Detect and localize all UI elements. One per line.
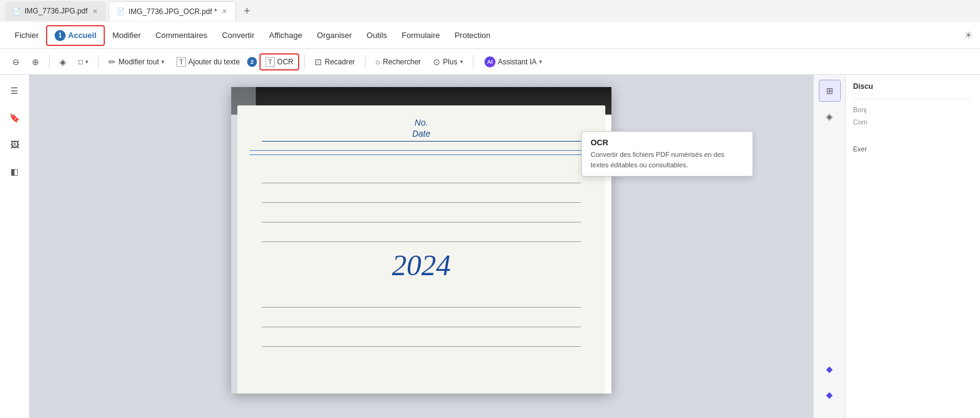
tab-1-close[interactable]: ✕: [91, 7, 99, 16]
crop-chevron-icon: ▾: [85, 58, 88, 65]
right-panel: ⊞ ◈ ◆ ◆: [813, 75, 845, 418]
left-panel-btn-1[interactable]: ☰: [4, 80, 26, 102]
plus-icon: ⊙: [433, 57, 440, 67]
ocr-button[interactable]: T OCR: [259, 53, 299, 70]
assistant-ia-button[interactable]: AI Assistant IA ▾: [478, 54, 548, 70]
zoom-out-icon: ⊖: [12, 57, 20, 67]
discussion-example: Exer: [853, 145, 973, 153]
ocr-tooltip: OCR Convertir des fichiers PDF numérisés…: [581, 131, 753, 177]
pdf-icon-1: 📄: [12, 7, 21, 15]
ruler-line-2: [250, 154, 593, 155]
left-panel: ☰ 🔖 🖼 ◧: [0, 75, 29, 418]
menu-fichier[interactable]: Fichier: [7, 27, 46, 44]
left-panel-btn-2[interactable]: 🔖: [4, 107, 26, 129]
eraser-icon: ◈: [59, 57, 66, 67]
tab-2[interactable]: 📄 IMG_7736.JPG_OCR.pdf * ✕: [109, 1, 236, 21]
right-panel-layout-icon[interactable]: ⊞: [819, 80, 841, 102]
line-6: [262, 308, 581, 327]
menu-convertir[interactable]: Convertir: [215, 27, 262, 44]
menu-accueil[interactable]: 1Accueil: [46, 25, 105, 46]
menu-modifier[interactable]: Modifier: [105, 27, 148, 44]
tab-2-close[interactable]: ✕: [221, 7, 228, 16]
menu-commentaires[interactable]: Commentaires: [148, 27, 215, 44]
line-1: [262, 164, 581, 183]
edit-icon: ✏: [109, 57, 116, 67]
separator-4: [365, 55, 366, 69]
diamond-icon-2: ◆: [819, 384, 841, 406]
tab-1[interactable]: 📄 IMG_7736.JPG.pdf ✕: [5, 1, 106, 21]
title-bar: 📄 IMG_7736.JPG.pdf ✕ 📄 IMG_7736.JPG_OCR.…: [0, 0, 980, 22]
crop-icon: □: [78, 58, 83, 66]
menu-bar: Fichier 1Accueil Modifier Commentaires C…: [0, 22, 980, 49]
line-4: [262, 222, 581, 242]
menu-protection[interactable]: Protection: [447, 27, 498, 44]
text-add-icon: T: [177, 57, 186, 67]
discussion-title: Discu: [853, 82, 973, 91]
plus-chevron-icon: ▾: [460, 58, 463, 65]
line-7: [262, 327, 581, 347]
recadrer-icon: ⊡: [315, 57, 322, 67]
zoom-out-button[interactable]: ⊖: [7, 55, 25, 69]
menu-organiser[interactable]: Organiser: [310, 27, 359, 44]
tab-1-label: IMG_7736.JPG.pdf: [25, 7, 88, 15]
discussion-greet: Bonj: [853, 106, 973, 113]
notebook-no: No.: [262, 118, 581, 127]
eraser-button[interactable]: ◈: [55, 55, 71, 69]
ruler-line: [250, 150, 593, 151]
tab-2-label: IMG_7736.JPG_OCR.pdf *: [129, 7, 217, 16]
pdf-page: No. Date 2024: [231, 87, 611, 393]
zoom-in-button[interactable]: ⊕: [27, 55, 44, 69]
plus-button[interactable]: ⊙ Plus ▾: [428, 55, 467, 69]
modifier-chevron-icon: ▾: [161, 58, 164, 65]
main-content: ☰ 🔖 🖼 ◧ No. Date: [0, 75, 980, 418]
pdf-icon-2: 📄: [117, 7, 125, 15]
line-5: [262, 288, 581, 308]
ocr-tooltip-title: OCR: [591, 138, 744, 147]
discussion-comment: Com: [853, 118, 973, 126]
ocr-icon: T: [266, 57, 275, 67]
year-text: 2024: [262, 242, 581, 288]
menu-affichage[interactable]: Affichage: [262, 27, 310, 44]
rechercher-icon: ○: [375, 57, 380, 67]
discussion-panel: Discu Bonj Com Exer: [845, 75, 980, 418]
rechercher-button[interactable]: ○ Rechercher: [370, 55, 426, 69]
left-panel-btn-3[interactable]: 🖼: [4, 134, 26, 156]
notebook-lines: 2024: [237, 158, 605, 353]
diamond-icon-1: ◆: [819, 358, 841, 380]
ajouter-texte-button[interactable]: T Ajouter du texte: [172, 55, 245, 69]
separator-3: [304, 55, 305, 69]
pdf-viewer: No. Date 2024 OCR Conve: [29, 75, 813, 418]
recadrer-button[interactable]: ⊡ Recadrer: [310, 55, 359, 69]
zoom-in-icon: ⊕: [32, 57, 39, 67]
modifier-tout-button[interactable]: ✏ Modifier tout ▾: [104, 55, 169, 69]
accueil-badge: 1: [55, 30, 66, 41]
crop-dropdown-button[interactable]: □ ▾: [74, 55, 93, 69]
ai-chevron-icon: ▾: [539, 58, 542, 65]
menu-outils[interactable]: Outils: [359, 27, 394, 44]
menu-formulaire[interactable]: Formulaire: [394, 27, 447, 44]
new-tab-button[interactable]: +: [239, 2, 256, 20]
line-2: [262, 183, 581, 203]
notebook-header: No. Date: [237, 105, 605, 148]
left-panel-btn-4[interactable]: ◧: [4, 161, 26, 183]
line-3: [262, 203, 581, 222]
separator-2: [98, 55, 99, 69]
toolbar: ⊖ ⊕ ◈ □ ▾ ✏ Modifier tout ▾ T Ajouter du…: [0, 49, 980, 75]
ocr-tooltip-description: Convertir des fichiers PDF numérisés en …: [591, 150, 744, 170]
notebook-date: Date: [262, 129, 581, 142]
sun-icon[interactable]: ☀: [964, 29, 973, 41]
ai-icon: AI: [484, 56, 496, 67]
separator-1: [49, 55, 50, 69]
separator-5: [473, 55, 473, 69]
right-panel-btn-2[interactable]: ◈: [819, 105, 841, 127]
toolbar-badge-2: 2: [247, 57, 257, 67]
notebook-page: No. Date 2024: [237, 105, 605, 393]
